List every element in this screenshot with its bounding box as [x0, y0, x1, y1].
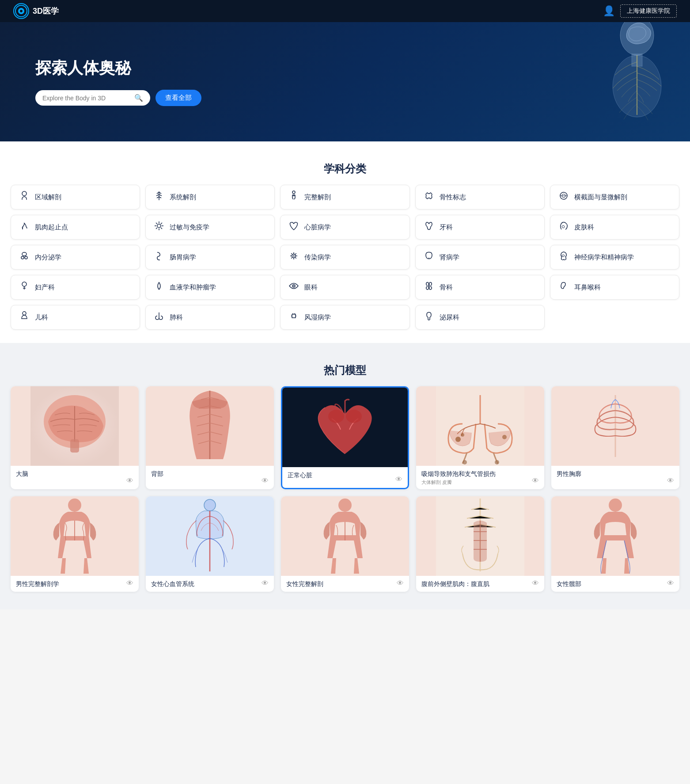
category-card[interactable]: 肌肉起止点: [11, 215, 140, 240]
model-info: 背部: [146, 466, 274, 482]
category-icon: [557, 190, 570, 204]
model-image: [281, 496, 409, 576]
category-label: 过敏与免疫学: [170, 223, 209, 232]
svg-point-8: [157, 224, 161, 228]
category-card[interactable]: 骨性标志: [415, 185, 545, 209]
category-label: 泌尿科: [440, 313, 459, 322]
model-card[interactable]: 女性心血管系统 👁: [146, 496, 274, 592]
category-card[interactable]: 过敏与免疫学: [145, 215, 275, 240]
model-info: 女性完整解剖: [281, 576, 409, 592]
category-card[interactable]: 完整解剖: [280, 185, 409, 209]
category-label: 系统解剖: [170, 193, 196, 202]
svg-point-3: [22, 191, 27, 196]
model-name: 背部: [151, 470, 269, 478]
user-icon[interactable]: 👤: [603, 5, 615, 17]
category-label: 血液学和肿瘤学: [170, 283, 216, 292]
category-card[interactable]: 耳鼻喉科: [550, 275, 679, 300]
eye-icon[interactable]: 👁: [667, 579, 674, 587]
svg-point-35: [204, 499, 216, 511]
model-card[interactable]: 女性完整解剖 👁: [281, 496, 409, 592]
category-label: 肺科: [170, 313, 183, 322]
eye-icon[interactable]: 👁: [126, 477, 133, 485]
eye-icon[interactable]: 👁: [397, 579, 404, 587]
category-label: 神经病学和精神病学: [574, 253, 634, 262]
svg-point-29: [463, 460, 467, 464]
category-card[interactable]: 骨科: [415, 275, 545, 300]
category-card[interactable]: 肠胃病学: [145, 245, 275, 270]
hero-illustration: [478, 22, 690, 141]
category-card[interactable]: 内分泌学: [11, 245, 140, 270]
category-icon: [18, 311, 30, 324]
category-icon: [423, 251, 435, 264]
category-card[interactable]: 眼科: [280, 275, 409, 300]
category-card[interactable]: 牙科: [415, 215, 545, 240]
category-card[interactable]: 妇产科: [11, 275, 140, 300]
svg-point-40: [609, 499, 622, 512]
category-card[interactable]: 横截面与显微解剖: [550, 185, 679, 209]
category-card[interactable]: 肺科: [145, 305, 275, 330]
categories-section: 学科分类 区域解剖 系统解剖 完整解剖 骨性标志 横截面与显微解剖 肌肉起止点 …: [0, 141, 690, 343]
category-icon: [423, 281, 435, 294]
hero-title: 探索人体奥秘: [35, 57, 201, 79]
model-name: 女性完整解剖: [286, 580, 404, 588]
eye-icon[interactable]: 👁: [262, 477, 269, 485]
model-card[interactable]: 女性髋部 👁: [551, 496, 679, 592]
svg-point-27: [461, 433, 464, 437]
category-card[interactable]: 传染病学: [280, 245, 409, 270]
model-info: 女性髋部: [551, 576, 679, 592]
model-card[interactable]: 男性完整解剖学 👁: [11, 496, 139, 592]
model-info: 男性胸廓: [551, 466, 679, 482]
category-card[interactable]: 血液学和肿瘤学: [145, 275, 275, 300]
logo-icon: [13, 3, 29, 19]
search-icon[interactable]: 🔍: [134, 94, 143, 102]
model-name: 吸烟导致肺泡和支气管损伤: [421, 470, 539, 478]
model-info: 女性心血管系统: [146, 576, 274, 592]
eye-icon[interactable]: 👁: [532, 579, 539, 587]
svg-point-33: [68, 499, 81, 512]
model-image: [551, 496, 679, 576]
model-card[interactable]: 背部 👁: [146, 386, 274, 489]
category-card[interactable]: 系统解剖: [145, 185, 275, 209]
model-tag: 大体解剖 皮瓣: [421, 479, 539, 486]
category-label: 心脏病学: [304, 223, 331, 232]
category-card[interactable]: 神经病学和精神病学: [550, 245, 679, 270]
category-card[interactable]: 区域解剖: [11, 185, 140, 209]
category-label: 肌肉起止点: [35, 223, 68, 232]
category-card[interactable]: 心脏病学: [280, 215, 409, 240]
model-name: 大脑: [16, 470, 133, 478]
search-input[interactable]: [42, 95, 131, 102]
model-card[interactable]: 吸烟导致肺泡和支气管损伤 大体解剖 皮瓣 👁: [416, 386, 544, 489]
model-name: 正常心脏: [288, 472, 402, 480]
body-svg: [522, 22, 690, 141]
navbar-right: 👤 上海健康医学院: [603, 4, 677, 18]
school-button[interactable]: 上海健康医学院: [620, 4, 677, 18]
eye-icon[interactable]: 👁: [532, 477, 539, 485]
model-image: [282, 388, 408, 467]
category-icon: [423, 311, 435, 324]
eye-icon[interactable]: 👁: [262, 579, 269, 587]
category-label: 耳鼻喉科: [574, 283, 601, 292]
model-card[interactable]: 正常心脏 👁: [281, 386, 409, 489]
category-label: 传染病学: [304, 253, 331, 262]
eye-icon[interactable]: 👁: [126, 579, 133, 587]
category-label: 眼科: [304, 283, 318, 292]
model-card[interactable]: 男性胸廓 👁: [551, 386, 679, 489]
category-card[interactable]: 皮肤科: [550, 215, 679, 240]
model-image: [11, 386, 139, 466]
view-all-button[interactable]: 查看全部: [155, 90, 201, 106]
category-label: 骨科: [440, 283, 453, 292]
models-title: 热门模型: [11, 363, 679, 377]
model-info: 腹前外侧壁肌肉：腹直肌: [416, 576, 544, 592]
category-card[interactable]: 泌尿科: [415, 305, 545, 330]
category-icon: [557, 251, 570, 264]
model-card[interactable]: 大脑 👁: [11, 386, 139, 489]
eye-icon[interactable]: 👁: [667, 477, 674, 485]
svg-point-26: [455, 437, 461, 442]
eye-icon[interactable]: 👁: [395, 476, 402, 483]
category-label: 完整解剖: [304, 193, 331, 202]
category-card[interactable]: 肾病学: [415, 245, 545, 270]
category-card[interactable]: 风湿病学: [280, 305, 409, 330]
model-card[interactable]: 腹前外侧壁肌肉：腹直肌 👁: [416, 496, 544, 592]
category-card[interactable]: 儿科: [11, 305, 140, 330]
logo[interactable]: 3D医学: [13, 3, 59, 19]
